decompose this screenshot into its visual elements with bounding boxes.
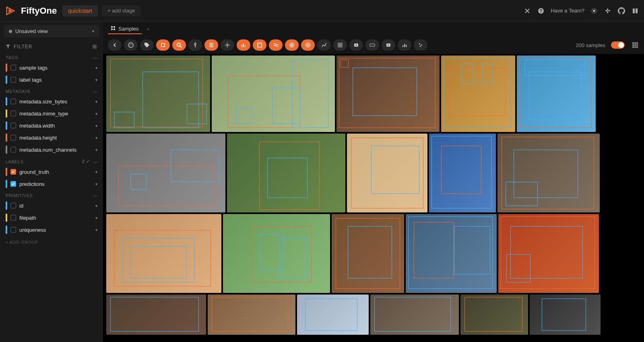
sample-thumbnail[interactable]	[106, 295, 206, 335]
sample-thumbnail[interactable]	[106, 134, 225, 212]
chevron-down-icon: ▾	[95, 228, 97, 232]
checkbox[interactable]	[10, 169, 16, 175]
openai-icon[interactable]	[285, 39, 299, 51]
add-tab-button[interactable]: +	[147, 26, 150, 32]
scatter-icon[interactable]	[414, 39, 427, 51]
checkbox[interactable]	[10, 135, 16, 140]
svg-rect-60	[634, 44, 636, 46]
sample-thumbnail[interactable]	[406, 214, 497, 293]
detection-box	[529, 72, 581, 120]
sample-thumbnail[interactable]	[517, 56, 596, 132]
checkbox[interactable]	[10, 65, 16, 70]
chart-icon[interactable]	[398, 39, 411, 51]
checkbox[interactable]	[10, 77, 16, 82]
field-filepath[interactable]: filepath ▾	[4, 212, 99, 224]
similarity-icon[interactable]	[269, 39, 283, 51]
section-labels[interactable]: LABELS2 ✓ —	[4, 156, 99, 166]
checkbox[interactable]	[10, 111, 16, 116]
view-selector[interactable]: Unsaved view ▾	[4, 25, 99, 37]
close-icon[interactable]	[523, 7, 531, 15]
sample-thumbnail[interactable]	[227, 134, 345, 212]
add-stage-button[interactable]: + add stage	[102, 5, 140, 16]
view-toggle[interactable]	[611, 41, 625, 49]
sample-thumbnail[interactable]	[332, 214, 404, 293]
section-primitives[interactable]: PRIMITIVES—	[4, 190, 99, 200]
sample-thumbnail[interactable]	[347, 134, 427, 212]
field-metadata-num-channels[interactable]: metadata.num_channels ▾	[4, 144, 99, 156]
image-icon[interactable]	[253, 39, 266, 51]
checkbox[interactable]	[10, 99, 16, 104]
field-label tags[interactable]: label tags ▾	[4, 74, 99, 86]
field-ground-truth[interactable]: ground_truth ▾	[4, 166, 99, 178]
dataset-selector[interactable]: quickstart	[62, 5, 98, 16]
tag-icon[interactable]	[140, 39, 154, 51]
palette-icon[interactable]	[124, 39, 138, 51]
team-link[interactable]: Have a Team?	[551, 8, 584, 14]
detection-box	[341, 60, 349, 68]
slack-icon[interactable]	[604, 7, 612, 15]
histogram-icon[interactable]	[237, 39, 250, 51]
gear-icon[interactable]	[92, 44, 97, 49]
section-tags[interactable]: TAGS—	[4, 52, 99, 62]
checkbox[interactable]	[10, 123, 16, 128]
settings-icon[interactable]	[221, 39, 234, 51]
pin-icon[interactable]	[188, 39, 202, 51]
field-id[interactable]: id ▾	[4, 200, 99, 212]
sample-thumbnail[interactable]	[336, 56, 440, 132]
list-icon[interactable]	[204, 39, 218, 51]
crop-icon[interactable]	[156, 39, 170, 51]
sample-thumbnail[interactable]	[106, 214, 221, 293]
path-icon[interactable]	[317, 39, 331, 51]
sample-thumbnail[interactable]	[530, 295, 601, 335]
keyboard-icon[interactable]	[365, 39, 379, 51]
sample-grid[interactable]	[103, 54, 644, 342]
sample-thumbnail[interactable]	[460, 295, 528, 335]
openai2-icon[interactable]	[301, 39, 315, 51]
checkbox[interactable]	[10, 227, 16, 233]
svg-point-27	[177, 43, 180, 46]
sample-count: 200 samples	[576, 42, 605, 48]
github-icon[interactable]	[617, 7, 625, 15]
chevron-down-icon: ▾	[95, 66, 97, 70]
sample-thumbnail[interactable]	[106, 56, 210, 132]
field-metadata-height[interactable]: metadata.height ▾	[4, 132, 99, 144]
sample-thumbnail[interactable]	[429, 134, 496, 212]
sample-thumbnail[interactable]	[223, 214, 330, 293]
docs-icon[interactable]	[631, 7, 639, 15]
field-predictions[interactable]: predictions ▾	[4, 178, 99, 190]
svg-rect-14	[607, 11, 608, 13]
field-metadata-width[interactable]: metadata.width ▾	[4, 119, 99, 132]
sample-thumbnail[interactable]	[441, 56, 515, 132]
back-button[interactable]	[108, 39, 122, 51]
checkbox[interactable]	[10, 147, 16, 152]
grid-icon	[111, 26, 116, 31]
checkbox[interactable]	[10, 203, 16, 208]
sample-thumbnail[interactable]	[208, 295, 295, 335]
section-metadata[interactable]: METADATA—	[4, 86, 99, 95]
sample-thumbnail[interactable]	[370, 295, 459, 335]
checkbox[interactable]	[10, 181, 16, 187]
search-icon[interactable]	[172, 39, 186, 51]
svg-rect-21	[114, 29, 115, 30]
sample-thumbnail[interactable]	[297, 295, 369, 335]
app-logo[interactable]: FiftyOne	[5, 5, 57, 16]
video2-icon[interactable]	[382, 39, 395, 51]
field-sample tags[interactable]: sample tags ▾	[4, 62, 99, 74]
grid4-icon[interactable]	[333, 39, 347, 51]
field-metadata-size-bytes[interactable]: metadata.size_bytes ▾	[4, 95, 99, 107]
add-group-button[interactable]: + ADD GROUP	[4, 236, 99, 249]
video-icon[interactable]	[349, 39, 363, 51]
theme-icon[interactable]	[590, 7, 598, 15]
tab-samples[interactable]: Samples	[108, 24, 142, 34]
help-icon[interactable]: ?	[537, 7, 545, 15]
sample-thumbnail[interactable]	[212, 56, 335, 132]
detection-box	[171, 150, 219, 182]
svg-rect-12	[608, 10, 610, 11]
field-uniqueness[interactable]: uniqueness ▾	[4, 224, 99, 236]
sample-thumbnail[interactable]	[497, 134, 600, 212]
checkbox[interactable]	[10, 215, 16, 220]
field-metadata-mime-type[interactable]: metadata.mime_type ▾	[4, 107, 99, 119]
sample-thumbnail[interactable]	[498, 214, 599, 293]
grid-view-icon[interactable]	[631, 41, 639, 49]
field-label: id	[19, 203, 92, 209]
